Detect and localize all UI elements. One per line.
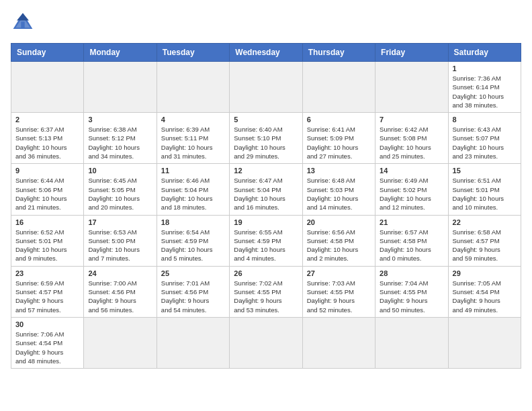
calendar-cell-26: 26Sunrise: 7:02 AM Sunset: 4:55 PM Dayli… <box>230 266 302 317</box>
day-number-8: 8 <box>453 116 517 124</box>
calendar-cell-empty <box>448 317 521 368</box>
calendar-cell-10: 10Sunrise: 6:45 AM Sunset: 5:05 PM Dayli… <box>84 164 157 215</box>
calendar-cell-19: 19Sunrise: 6:55 AM Sunset: 4:59 PM Dayli… <box>230 215 302 266</box>
day-info-13: Sunrise: 6:48 AM Sunset: 5:03 PM Dayligh… <box>307 176 371 212</box>
day-number-10: 10 <box>88 167 152 175</box>
day-info-10: Sunrise: 6:45 AM Sunset: 5:05 PM Dayligh… <box>88 176 152 212</box>
day-number-20: 20 <box>307 218 371 226</box>
svg-rect-2 <box>21 21 24 29</box>
calendar-cell-12: 12Sunrise: 6:47 AM Sunset: 5:04 PM Dayli… <box>230 164 302 215</box>
day-number-7: 7 <box>380 116 443 124</box>
day-info-3: Sunrise: 6:38 AM Sunset: 5:12 PM Dayligh… <box>88 125 152 161</box>
day-number-9: 9 <box>15 167 79 175</box>
day-number-12: 12 <box>234 167 298 175</box>
day-number-5: 5 <box>234 116 298 124</box>
calendar-cell-empty <box>11 62 84 113</box>
logo-icon <box>11 11 35 35</box>
day-info-20: Sunrise: 6:56 AM Sunset: 4:58 PM Dayligh… <box>307 228 371 263</box>
day-number-16: 16 <box>15 218 79 226</box>
calendar-cell-22: 22Sunrise: 6:58 AM Sunset: 4:57 PM Dayli… <box>448 215 521 266</box>
day-number-23: 23 <box>15 269 79 277</box>
calendar-cell-18: 18Sunrise: 6:54 AM Sunset: 4:59 PM Dayli… <box>157 215 229 266</box>
day-info-11: Sunrise: 6:46 AM Sunset: 5:04 PM Dayligh… <box>161 176 225 212</box>
calendar-cell-1: 1Sunrise: 7:36 AM Sunset: 6:14 PM Daylig… <box>448 62 521 113</box>
calendar-cell-empty <box>302 62 375 113</box>
day-info-25: Sunrise: 7:01 AM Sunset: 4:56 PM Dayligh… <box>161 279 225 314</box>
day-number-26: 26 <box>234 269 298 277</box>
day-info-15: Sunrise: 6:51 AM Sunset: 5:01 PM Dayligh… <box>453 176 517 212</box>
calendar-cell-15: 15Sunrise: 6:51 AM Sunset: 5:01 PM Dayli… <box>448 164 521 215</box>
day-number-14: 14 <box>380 167 443 175</box>
calendar-week-row-3: 16Sunrise: 6:52 AM Sunset: 5:01 PM Dayli… <box>11 215 521 266</box>
page-container: SundayMondayTuesdayWednesdayThursdayFrid… <box>11 11 521 369</box>
calendar-cell-23: 23Sunrise: 6:59 AM Sunset: 4:57 PM Dayli… <box>11 266 84 317</box>
calendar: SundayMondayTuesdayWednesdayThursdayFrid… <box>11 43 521 369</box>
calendar-cell-20: 20Sunrise: 6:56 AM Sunset: 4:58 PM Dayli… <box>302 215 375 266</box>
calendar-cell-3: 3Sunrise: 6:38 AM Sunset: 5:12 PM Daylig… <box>84 113 157 164</box>
calendar-cell-21: 21Sunrise: 6:57 AM Sunset: 4:58 PM Dayli… <box>375 215 448 266</box>
day-info-22: Sunrise: 6:58 AM Sunset: 4:57 PM Dayligh… <box>453 228 517 263</box>
weekday-header-sunday: Sunday <box>11 44 84 62</box>
calendar-cell-27: 27Sunrise: 7:03 AM Sunset: 4:55 PM Dayli… <box>302 266 375 317</box>
day-number-4: 4 <box>161 116 225 124</box>
weekday-header-thursday: Thursday <box>302 44 375 62</box>
day-info-2: Sunrise: 6:37 AM Sunset: 5:13 PM Dayligh… <box>15 125 79 161</box>
calendar-cell-7: 7Sunrise: 6:42 AM Sunset: 5:08 PM Daylig… <box>375 113 448 164</box>
day-info-9: Sunrise: 6:44 AM Sunset: 5:06 PM Dayligh… <box>15 176 79 212</box>
weekday-header-friday: Friday <box>375 44 448 62</box>
calendar-cell-29: 29Sunrise: 7:05 AM Sunset: 4:54 PM Dayli… <box>448 266 521 317</box>
day-info-6: Sunrise: 6:41 AM Sunset: 5:09 PM Dayligh… <box>307 125 371 161</box>
day-info-5: Sunrise: 6:40 AM Sunset: 5:10 PM Dayligh… <box>234 125 298 161</box>
day-info-1: Sunrise: 7:36 AM Sunset: 6:14 PM Dayligh… <box>453 74 517 109</box>
day-number-30: 30 <box>15 320 79 328</box>
day-info-8: Sunrise: 6:43 AM Sunset: 5:07 PM Dayligh… <box>453 125 517 161</box>
day-number-28: 28 <box>380 269 443 277</box>
day-info-18: Sunrise: 6:54 AM Sunset: 4:59 PM Dayligh… <box>161 228 225 263</box>
weekday-header-monday: Monday <box>84 44 157 62</box>
day-info-7: Sunrise: 6:42 AM Sunset: 5:08 PM Dayligh… <box>380 125 443 161</box>
day-number-29: 29 <box>453 269 517 277</box>
day-number-2: 2 <box>15 116 79 124</box>
weekday-header-tuesday: Tuesday <box>157 44 229 62</box>
day-number-21: 21 <box>380 218 443 226</box>
calendar-cell-empty <box>157 62 229 113</box>
calendar-cell-empty <box>230 317 302 368</box>
calendar-cell-8: 8Sunrise: 6:43 AM Sunset: 5:07 PM Daylig… <box>448 113 521 164</box>
logo <box>11 11 39 35</box>
calendar-week-row-1: 2Sunrise: 6:37 AM Sunset: 5:13 PM Daylig… <box>11 113 521 164</box>
calendar-cell-11: 11Sunrise: 6:46 AM Sunset: 5:04 PM Dayli… <box>157 164 229 215</box>
calendar-cell-30: 30Sunrise: 7:06 AM Sunset: 4:54 PM Dayli… <box>11 317 84 368</box>
calendar-cell-24: 24Sunrise: 7:00 AM Sunset: 4:56 PM Dayli… <box>84 266 157 317</box>
calendar-week-row-4: 23Sunrise: 6:59 AM Sunset: 4:57 PM Dayli… <box>11 266 521 317</box>
day-info-14: Sunrise: 6:49 AM Sunset: 5:02 PM Dayligh… <box>380 176 443 212</box>
calendar-cell-empty <box>302 317 375 368</box>
day-number-24: 24 <box>88 269 152 277</box>
weekday-header-row: SundayMondayTuesdayWednesdayThursdayFrid… <box>11 44 521 62</box>
calendar-cell-6: 6Sunrise: 6:41 AM Sunset: 5:09 PM Daylig… <box>302 113 375 164</box>
day-number-25: 25 <box>161 269 225 277</box>
calendar-cell-2: 2Sunrise: 6:37 AM Sunset: 5:13 PM Daylig… <box>11 113 84 164</box>
day-number-19: 19 <box>234 218 298 226</box>
svg-marker-3 <box>17 13 29 21</box>
day-number-1: 1 <box>453 64 517 73</box>
day-info-24: Sunrise: 7:00 AM Sunset: 4:56 PM Dayligh… <box>88 279 152 314</box>
weekday-header-wednesday: Wednesday <box>230 44 302 62</box>
day-number-11: 11 <box>161 167 225 175</box>
day-info-26: Sunrise: 7:02 AM Sunset: 4:55 PM Dayligh… <box>234 279 298 314</box>
calendar-cell-5: 5Sunrise: 6:40 AM Sunset: 5:10 PM Daylig… <box>230 113 302 164</box>
day-info-12: Sunrise: 6:47 AM Sunset: 5:04 PM Dayligh… <box>234 176 298 212</box>
day-info-17: Sunrise: 6:53 AM Sunset: 5:00 PM Dayligh… <box>88 228 152 263</box>
calendar-week-row-2: 9Sunrise: 6:44 AM Sunset: 5:06 PM Daylig… <box>11 164 521 215</box>
day-info-27: Sunrise: 7:03 AM Sunset: 4:55 PM Dayligh… <box>307 279 371 314</box>
day-number-6: 6 <box>307 116 371 124</box>
day-info-19: Sunrise: 6:55 AM Sunset: 4:59 PM Dayligh… <box>234 228 298 263</box>
day-number-3: 3 <box>88 116 152 124</box>
calendar-cell-empty <box>84 317 157 368</box>
day-number-18: 18 <box>161 218 225 226</box>
day-number-27: 27 <box>307 269 371 277</box>
calendar-cell-25: 25Sunrise: 7:01 AM Sunset: 4:56 PM Dayli… <box>157 266 229 317</box>
day-number-15: 15 <box>453 167 517 175</box>
calendar-week-row-0: 1Sunrise: 7:36 AM Sunset: 6:14 PM Daylig… <box>11 62 521 113</box>
weekday-header-saturday: Saturday <box>448 44 521 62</box>
day-info-16: Sunrise: 6:52 AM Sunset: 5:01 PM Dayligh… <box>15 228 79 263</box>
